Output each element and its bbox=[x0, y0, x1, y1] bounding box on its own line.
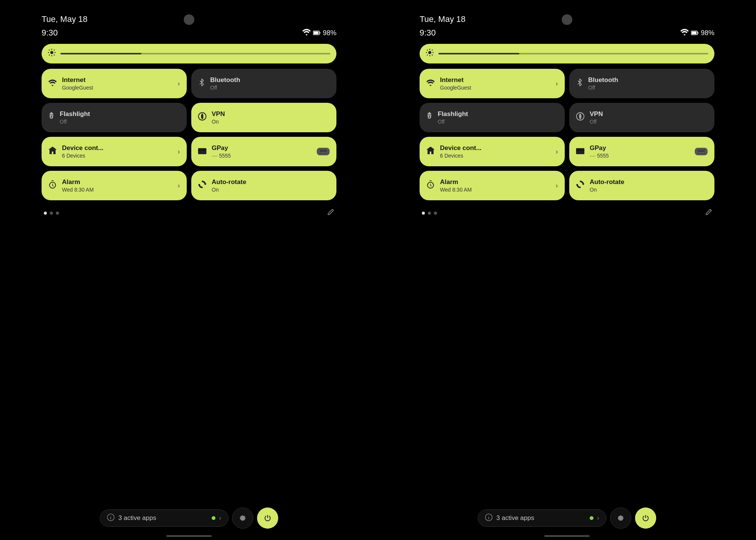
tile-text-flashlight: Flashlight Off bbox=[438, 110, 558, 125]
brightness-slider-track bbox=[438, 53, 708, 54]
tile-text-gpay: GPay ···· 5555 bbox=[590, 144, 689, 159]
tile-arrow-internet: › bbox=[178, 80, 180, 88]
tile-title-gpay: GPay bbox=[212, 144, 311, 152]
tiles-grid: Internet GoogleGuest › Bluetooth Off Fla… bbox=[416, 69, 718, 200]
tile-subtitle-device-control: 6 Devices bbox=[440, 153, 550, 159]
tile-text-flashlight: Flashlight Off bbox=[60, 110, 180, 125]
svg-rect-16 bbox=[576, 148, 584, 154]
tile-title-device-control: Device cont... bbox=[440, 144, 550, 152]
tile-gpay[interactable]: GPay ···· 5555 bbox=[569, 137, 714, 166]
active-apps-dot bbox=[590, 516, 593, 520]
tile-bluetooth[interactable]: Bluetooth Off bbox=[191, 69, 336, 98]
status-date: Tue, May 18 bbox=[42, 14, 87, 24]
gpay-card bbox=[317, 148, 330, 155]
page-dot-0[interactable] bbox=[422, 212, 425, 215]
tile-vpn[interactable]: VPN Off bbox=[569, 103, 714, 132]
status-icons: 98% bbox=[302, 29, 336, 37]
battery-percentage: 98% bbox=[323, 29, 336, 37]
tile-subtitle-bluetooth: Off bbox=[210, 85, 330, 91]
svg-rect-19 bbox=[698, 150, 705, 152]
battery-status-icon bbox=[691, 29, 699, 37]
tile-title-vpn: VPN bbox=[212, 110, 330, 118]
page-dot-2[interactable] bbox=[434, 212, 437, 215]
tile-text-bluetooth: Bluetooth Off bbox=[210, 76, 330, 91]
svg-rect-2 bbox=[319, 32, 320, 34]
tile-flashlight[interactable]: Flashlight Off bbox=[420, 103, 565, 132]
tile-bluetooth[interactable]: Bluetooth Off bbox=[569, 69, 714, 98]
page-dot-0[interactable] bbox=[44, 212, 47, 215]
camera-cutout bbox=[184, 14, 194, 25]
brightness-slider-track bbox=[60, 53, 330, 54]
tile-device-control[interactable]: Device cont... 6 Devices › bbox=[42, 137, 187, 166]
status-bar: Tue, May 18 bbox=[38, 8, 340, 28]
page-dot-2[interactable] bbox=[56, 212, 59, 215]
svg-rect-8 bbox=[320, 150, 327, 152]
camera-cutout bbox=[562, 14, 572, 25]
panel-left: Tue, May 18 9:30 98% Internet Google bbox=[0, 0, 378, 540]
tile-vpn[interactable]: VPN On bbox=[191, 103, 336, 132]
status-date: Tue, May 18 bbox=[420, 14, 465, 24]
svg-rect-13 bbox=[697, 32, 698, 34]
power-button[interactable] bbox=[257, 508, 278, 529]
tile-title-bluetooth: Bluetooth bbox=[588, 76, 708, 84]
tile-subtitle-autorotate: On bbox=[212, 187, 330, 193]
tile-title-internet: Internet bbox=[440, 76, 550, 84]
tile-title-flashlight: Flashlight bbox=[60, 110, 180, 118]
screen-container: Tue, May 18 9:30 98% Internet Google bbox=[0, 0, 756, 540]
tile-autorotate[interactable]: Auto-rotate On bbox=[191, 171, 336, 200]
status-time-row: 9:30 98% bbox=[416, 28, 718, 44]
page-dot-1[interactable] bbox=[428, 212, 431, 215]
brightness-icon bbox=[48, 48, 56, 59]
tile-text-vpn: VPN On bbox=[212, 110, 330, 125]
settings-button[interactable] bbox=[610, 508, 631, 529]
tile-device-control[interactable]: Device cont... 6 Devices › bbox=[420, 137, 565, 166]
bottom-bar: 3 active apps › bbox=[378, 508, 756, 529]
tile-text-alarm: Alarm Wed 8:30 AM bbox=[62, 178, 172, 193]
tile-subtitle-gpay: ···· 5555 bbox=[590, 153, 689, 159]
tile-alarm[interactable]: Alarm Wed 8:30 AM › bbox=[420, 171, 565, 200]
tile-arrow-internet: › bbox=[556, 80, 558, 88]
brightness-bar[interactable] bbox=[420, 44, 714, 63]
battery-status-icon bbox=[313, 29, 321, 37]
status-time: 9:30 bbox=[420, 28, 436, 38]
power-button[interactable] bbox=[635, 508, 656, 529]
tile-text-vpn: VPN Off bbox=[590, 110, 708, 125]
brightness-bar[interactable] bbox=[42, 44, 336, 63]
tile-text-gpay: GPay ···· 5555 bbox=[212, 144, 311, 159]
tile-arrow-device-control: › bbox=[178, 148, 180, 156]
tile-alarm[interactable]: Alarm Wed 8:30 AM › bbox=[42, 171, 187, 200]
tile-icon-alarm bbox=[48, 180, 57, 191]
settings-button[interactable] bbox=[232, 508, 253, 529]
status-time-row: 9:30 98% bbox=[38, 28, 340, 44]
active-apps-pill[interactable]: 3 active apps › bbox=[478, 509, 606, 527]
tile-icon-internet bbox=[426, 79, 435, 88]
tile-title-autorotate: Auto-rotate bbox=[590, 178, 708, 186]
tile-text-alarm: Alarm Wed 8:30 AM bbox=[440, 178, 550, 193]
tile-subtitle-vpn: On bbox=[212, 119, 330, 125]
tile-icon-device-control bbox=[48, 147, 57, 156]
tile-gpay[interactable]: GPay ···· 5555 bbox=[191, 137, 336, 166]
tile-internet[interactable]: Internet GoogleGuest › bbox=[420, 69, 565, 98]
status-time: 9:30 bbox=[42, 28, 58, 38]
svg-point-3 bbox=[50, 51, 53, 54]
tile-icon-alarm bbox=[426, 180, 435, 191]
tile-flashlight[interactable]: Flashlight Off bbox=[42, 103, 187, 132]
tile-title-alarm: Alarm bbox=[62, 178, 172, 186]
tile-internet[interactable]: Internet GoogleGuest › bbox=[42, 69, 187, 98]
dots-row bbox=[416, 206, 718, 220]
tile-arrow-device-control: › bbox=[556, 148, 558, 156]
active-apps-info-icon bbox=[485, 514, 493, 523]
home-indicator bbox=[544, 535, 590, 537]
edit-icon[interactable] bbox=[327, 209, 334, 217]
brightness-row[interactable] bbox=[416, 44, 718, 63]
active-apps-pill[interactable]: 3 active apps › bbox=[100, 509, 228, 527]
bottom-bar: 3 active apps › bbox=[0, 508, 378, 529]
tile-autorotate[interactable]: Auto-rotate On bbox=[569, 171, 714, 200]
page-dot-1[interactable] bbox=[50, 212, 53, 215]
brightness-row[interactable] bbox=[38, 44, 340, 63]
tile-text-autorotate: Auto-rotate On bbox=[212, 178, 330, 193]
status-bar: Tue, May 18 bbox=[416, 8, 718, 28]
edit-icon[interactable] bbox=[705, 209, 712, 217]
tile-title-internet: Internet bbox=[62, 76, 172, 84]
tile-text-autorotate: Auto-rotate On bbox=[590, 178, 708, 193]
